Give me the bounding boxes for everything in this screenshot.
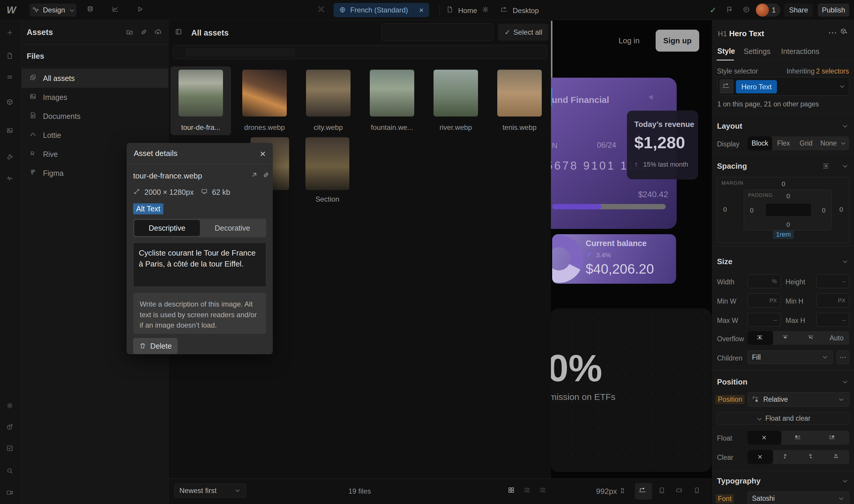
design-mode-button[interactable]: Design — [30, 3, 76, 17]
breakpoint-phone-landscape-icon[interactable] — [676, 487, 684, 496]
tab-style[interactable]: Style — [717, 47, 735, 55]
locale-badge[interactable]: French (Standard) × — [334, 3, 429, 17]
design-canvas[interactable]: Log in Sign up und Financial N 06/24 567… — [551, 20, 712, 504]
float-left-option[interactable] — [781, 431, 815, 445]
breakpoint-phone-portrait-icon[interactable] — [693, 487, 702, 496]
float-none-option[interactable] — [748, 431, 781, 445]
display-option-grid[interactable]: Grid — [795, 137, 817, 150]
asset-filter-input[interactable] — [381, 23, 493, 41]
add-element-icon[interactable] — [6, 29, 16, 38]
clear-right-option[interactable] — [799, 450, 824, 464]
close-icon[interactable]: × — [260, 148, 266, 159]
margin-left-value[interactable]: 0 — [723, 206, 727, 214]
height-input[interactable]: – — [816, 274, 849, 288]
font-property-label[interactable]: Font — [715, 494, 734, 503]
settings-gear-icon[interactable] — [6, 402, 16, 412]
assets-icon[interactable] — [6, 127, 16, 137]
create-component-icon[interactable] — [840, 28, 850, 37]
max-width-input[interactable]: – — [748, 313, 781, 327]
copy-link-icon[interactable] — [263, 172, 271, 180]
width-input[interactable]: % — [748, 274, 781, 288]
sidebar-item-lottie[interactable]: Lottie — [22, 126, 168, 145]
padding-bottom-value[interactable]: 0 — [784, 221, 792, 229]
collapse-position-icon[interactable] — [841, 379, 849, 386]
tab-descriptive[interactable]: Descriptive — [134, 220, 200, 236]
position-property-label[interactable]: Position — [715, 395, 745, 404]
open-asset-icon[interactable] — [251, 172, 259, 180]
breakpoint-desktop-active[interactable] — [635, 483, 652, 500]
asset-thumbnail-river[interactable] — [433, 70, 478, 116]
cms-database-icon[interactable] — [87, 6, 95, 15]
preview-play-icon[interactable] — [137, 6, 145, 15]
delete-asset-button[interactable]: Delete — [133, 338, 178, 354]
tab-decorative[interactable]: Decorative — [200, 220, 265, 236]
unit-suffix[interactable]: PX — [838, 298, 846, 304]
tab-settings[interactable]: Settings — [744, 47, 770, 56]
collapse-size-icon[interactable] — [841, 258, 849, 265]
unit-suffix[interactable]: PX — [769, 298, 777, 304]
asset-search-input[interactable] — [173, 45, 547, 59]
sidebar-item-documents[interactable]: Documents — [22, 107, 168, 126]
overflow-auto-option[interactable]: Auto — [824, 331, 849, 345]
margin-right-value[interactable]: 0 — [839, 206, 843, 214]
display-option-block[interactable]: Block — [748, 137, 772, 150]
list-view-icon[interactable] — [523, 486, 532, 496]
upload-icon[interactable] — [155, 29, 163, 37]
analytics-icon[interactable] — [112, 6, 121, 15]
sidebar-item-images[interactable]: Images — [22, 88, 168, 107]
new-folder-icon[interactable] — [126, 29, 135, 37]
asset-thumbnail-tour-de-france[interactable] — [178, 70, 223, 116]
grid-view-icon[interactable] — [508, 486, 517, 496]
inheriting-count[interactable]: 2 selectors — [816, 67, 849, 75]
focus-target-icon[interactable] — [318, 6, 326, 15]
video-tutorials-icon[interactable] — [6, 489, 16, 498]
components-icon[interactable] — [6, 98, 16, 108]
more-options-icon[interactable]: ⋯ — [828, 27, 837, 38]
page-name[interactable]: Home — [458, 6, 477, 15]
collapse-typography-icon[interactable] — [841, 478, 849, 485]
max-height-input[interactable]: – — [816, 313, 849, 327]
asset-link-icon[interactable] — [140, 29, 149, 37]
breakpoint-name[interactable]: Desktop — [513, 6, 539, 15]
margin-bottom-value[interactable]: 1rem — [773, 230, 794, 239]
asset-thumbnail-section[interactable] — [305, 137, 349, 190]
padding-right-value[interactable]: 0 — [822, 206, 825, 214]
compact-list-view-icon[interactable] — [539, 486, 548, 496]
style-selector-field[interactable]: Hero Text — [717, 77, 849, 96]
clear-none-option[interactable] — [748, 450, 773, 464]
viewport-width-value[interactable]: 992px — [596, 487, 617, 496]
collapse-layout-icon[interactable] — [841, 123, 849, 130]
children-more-button[interactable]: ⋯ — [836, 350, 849, 364]
unit-suffix[interactable]: – — [842, 317, 846, 323]
padding-left-value[interactable]: 0 — [750, 206, 753, 214]
audit-flag-icon[interactable] — [726, 6, 734, 14]
display-option-none[interactable]: None — [817, 137, 840, 150]
asset-thumbnail-fountain[interactable] — [370, 70, 414, 116]
pages-icon[interactable] — [6, 52, 16, 62]
overflow-scroll-option[interactable] — [799, 331, 824, 345]
asset-thumbnail-city[interactable] — [306, 70, 351, 116]
font-dropdown[interactable]: Satoshi — [748, 491, 849, 504]
chevron-down-icon[interactable] — [840, 140, 847, 147]
user-presence[interactable]: 1 — [756, 3, 781, 17]
style-token[interactable]: Hero Text — [736, 80, 777, 93]
float-right-option[interactable] — [816, 431, 849, 445]
min-width-input[interactable]: PX — [748, 293, 781, 307]
collapse-spacing-icon[interactable] — [841, 163, 849, 170]
apps-wrench-icon[interactable] — [6, 154, 16, 163]
overflow-hidden-option[interactable] — [773, 331, 799, 345]
margin-top-value[interactable]: 0 — [780, 180, 787, 188]
audit-checklist-icon[interactable] — [6, 445, 16, 454]
locale-remove-button[interactable]: × — [414, 6, 429, 15]
clear-left-option[interactable] — [773, 450, 799, 464]
unit-suffix[interactable]: – — [842, 278, 846, 285]
webflow-logo[interactable]: W — [6, 4, 18, 16]
comments-icon[interactable] — [743, 6, 751, 14]
search-icon[interactable] — [6, 467, 16, 477]
logic-icon[interactable] — [6, 175, 16, 184]
children-dropdown[interactable]: Fill — [748, 350, 833, 364]
padding-top-value[interactable]: 0 — [784, 193, 792, 200]
spacing-settings-icon[interactable] — [822, 162, 831, 171]
unit-suffix[interactable]: – — [773, 317, 777, 323]
min-height-input[interactable]: PX — [816, 293, 849, 307]
